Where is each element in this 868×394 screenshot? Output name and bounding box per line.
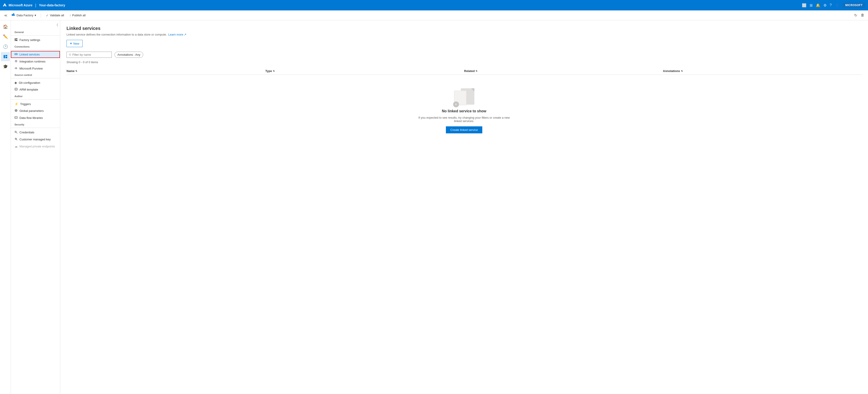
topbar-icons: ⬜ ⊞ 🔔 ⚙ ? 👤 MICROSOFT [802,3,865,8]
main-layout: 🏠 ✏️ 🕐 🎓 《 General Factory setting [0,20,868,394]
connections-section-label: Connections [11,44,60,49]
filter-by-name-input[interactable] [72,53,109,56]
profile-icon[interactable]: 👤 [835,3,839,7]
page-description: Linked service defines the connection in… [66,33,862,36]
toolbar-divider [41,13,41,18]
svg-point-9 [15,53,16,55]
description-text: Linked service defines the connection in… [66,33,167,36]
rail-monitor-icon[interactable]: 🕐 [1,42,10,51]
svg-rect-1 [13,13,14,16]
sidebar-item-arm-template[interactable]: ARM template [11,86,60,93]
collapse-panel-button[interactable]: ≪ [3,13,9,18]
discard-icon[interactable]: 🗑 [860,12,865,18]
data-factory-dropdown-button[interactable]: Data Factory ▾ [10,12,38,18]
col-header-type[interactable]: Type ⇅ [266,69,464,73]
col-header-name[interactable]: Name ⇅ [66,69,266,73]
factory-settings-icon [14,38,18,42]
rail-home-icon[interactable]: 🏠 [1,22,10,31]
validate-all-label: Validate all [50,13,64,17]
toolbar-right: ↻ 🗑 [853,12,865,18]
publish-all-button[interactable]: ↑ Publish all [67,12,88,18]
refresh-icon[interactable]: ↻ [853,12,858,18]
svg-rect-8 [16,39,18,41]
svg-rect-4 [5,55,7,56]
showing-count: Showing 0 - 0 of 0 items [66,60,862,64]
dropdown-chevron-icon: ▾ [35,13,36,17]
rail-author-icon[interactable]: ✏️ [1,32,10,41]
sidebar-item-global-parameters[interactable]: Global parameters [11,107,60,114]
sidebar-item-factory-settings[interactable]: Factory settings [11,36,60,44]
col-header-related[interactable]: Related ⇅ [464,69,663,73]
col-type-label: Type [266,69,272,73]
toolbar: ≪ Data Factory ▾ ✓ Validate all ↑ Publis… [0,10,868,20]
publish-all-label: Publish all [72,13,86,17]
col-type-sort-icon[interactable]: ⇅ [273,70,275,72]
col-annotations-sort-icon[interactable]: ⇅ [681,70,683,72]
svg-point-18 [15,138,17,139]
source-control-section-label: Source control [11,72,60,77]
icon-rail: 🏠 ✏️ 🕐 🎓 [0,20,11,394]
git-icon: ◆ [14,81,17,84]
svg-rect-6 [15,38,16,41]
rail-learn-icon[interactable]: 🎓 [1,62,10,71]
svg-rect-7 [16,38,18,39]
svg-rect-2 [14,15,15,16]
sidebar-item-data-flow-libraries[interactable]: Data flow libraries [11,114,60,121]
sidebar-item-integration-runtimes[interactable]: Integration runtimes [11,58,60,65]
filter-input-wrapper: ▽ [66,52,112,58]
sidebar-item-git-configuration[interactable]: ◆ Git configuration [11,79,60,86]
svg-point-10 [16,53,18,55]
sidebar-item-linked-services[interactable]: Linked services [11,51,60,58]
data-factory-label: Data Factory [17,13,33,17]
sidebar-item-credentials[interactable]: Credentials [11,129,60,136]
customer-key-icon [14,137,18,141]
topbar-brand: Microsoft Azure | Your-data-factory [3,3,65,8]
purview-icon: 👁 [14,66,18,70]
col-related-sort-icon[interactable]: ⇅ [475,70,477,72]
settings-icon[interactable]: ⚙ [824,3,827,7]
global-parameters-label: Global parameters [20,109,44,113]
empty-state-title: No linked service to show [442,109,486,113]
managed-private-endpoints-label: Managed private endpoints [20,145,55,148]
new-button-label: New [73,42,79,45]
data-factory-icon [11,13,15,18]
data-flow-libraries-icon [14,116,18,120]
content-area: Linked services Linked service defines t… [60,20,868,394]
col-name-label: Name [66,69,74,73]
factory-settings-label: Factory settings [20,38,40,42]
rail-manage-icon[interactable] [1,52,10,61]
help-icon[interactable]: ? [830,3,832,7]
integration-runtimes-icon [14,60,18,63]
sidebar-item-triggers[interactable]: ⚡ Triggers [11,101,60,107]
col-name-sort-icon[interactable]: ⇅ [75,70,77,72]
svg-rect-16 [15,117,18,118]
arm-template-label: ARM template [20,88,38,91]
page-title: Linked services [66,26,862,31]
svg-rect-5 [5,57,7,58]
sidebar-collapse-button[interactable]: 《 [11,23,60,29]
publish-icon: ↑ [69,13,71,17]
author-section-label: Author [11,93,60,98]
col-annotations-label: Annotations [663,69,680,73]
col-header-annotations[interactable]: Annotations ⇅ [663,69,862,73]
azure-logo [3,3,7,8]
annotations-filter-button[interactable]: Annotations : Any [115,52,143,58]
create-linked-service-button[interactable]: Create linked service [446,126,482,133]
plus-circle-icon: + [453,102,459,107]
validate-all-button[interactable]: ✓ Validate all [44,12,66,18]
new-linked-service-button[interactable]: + New [66,40,83,47]
terminal-icon[interactable]: ⬜ [802,3,806,7]
table-header: Name ⇅ Type ⇅ Related ⇅ Annotations ⇅ [66,67,862,75]
learn-more-label: Learn more [168,33,183,36]
annotations-label: Annotations : Any [117,53,140,56]
learn-more-link[interactable]: Learn more ↗ [168,33,186,36]
topbar-separator: | [35,3,36,8]
user-account-button[interactable]: MICROSOFT [843,3,866,8]
bell-icon[interactable]: 🔔 [816,3,820,7]
sidebar-item-customer-managed-key[interactable]: Customer managed key [11,136,60,143]
sidebar-item-microsoft-purview[interactable]: 👁 Microsoft Purview [11,65,60,72]
directory-icon[interactable]: ⊞ [810,3,813,7]
sidebar: 《 General Factory settings Connections [11,20,60,394]
filter-bar: ▽ Annotations : Any [66,52,862,58]
global-params-icon [14,109,18,113]
